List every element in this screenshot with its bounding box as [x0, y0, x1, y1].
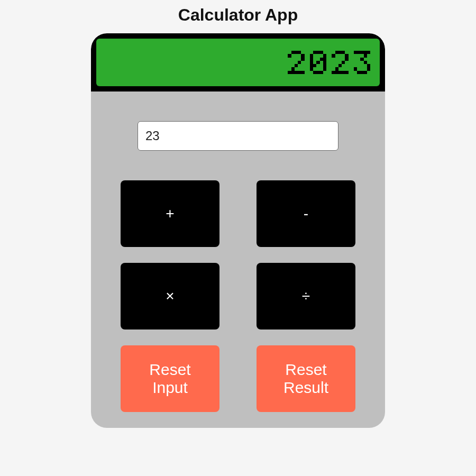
svg-rect-44	[338, 71, 342, 74]
reset-input-button[interactable]: Reset Input	[121, 345, 219, 412]
reset-result-button[interactable]: Reset Result	[257, 345, 355, 412]
svg-rect-34	[338, 51, 342, 54]
svg-rect-48	[357, 51, 360, 54]
display-frame	[91, 33, 385, 91]
svg-rect-10	[291, 71, 294, 74]
svg-rect-20	[319, 58, 323, 61]
svg-rect-59	[360, 71, 363, 74]
svg-rect-5	[301, 58, 304, 61]
svg-rect-46	[345, 71, 348, 74]
add-button[interactable]: +	[121, 180, 219, 247]
svg-rect-17	[310, 54, 313, 57]
svg-rect-42	[332, 71, 335, 74]
multiply-button[interactable]: ×	[121, 263, 219, 329]
svg-rect-22	[310, 61, 313, 64]
svg-rect-12	[298, 71, 301, 74]
button-grid: + - × ÷ Reset Input Reset Result	[91, 180, 385, 412]
subtract-button[interactable]: -	[257, 180, 355, 247]
result-display	[96, 39, 380, 86]
svg-rect-41	[335, 67, 338, 70]
svg-rect-15	[316, 51, 319, 54]
svg-rect-25	[310, 64, 313, 67]
calculator-body: + - × ÷ Reset Input Reset Result	[91, 33, 385, 428]
svg-rect-7	[295, 64, 298, 67]
svg-rect-9	[288, 71, 291, 74]
svg-rect-30	[313, 71, 316, 74]
svg-rect-60	[363, 71, 367, 74]
svg-rect-55	[367, 64, 370, 67]
svg-rect-31	[316, 71, 319, 74]
svg-rect-6	[298, 61, 301, 64]
svg-rect-8	[291, 67, 294, 70]
svg-rect-11	[295, 71, 298, 74]
svg-rect-4	[301, 54, 304, 57]
svg-rect-24	[323, 61, 326, 64]
svg-rect-36	[332, 54, 335, 57]
svg-rect-18	[323, 54, 326, 57]
svg-rect-23	[316, 61, 319, 64]
svg-rect-21	[323, 58, 326, 61]
svg-rect-32	[319, 71, 323, 74]
svg-rect-52	[363, 54, 367, 57]
number-input[interactable]	[138, 121, 338, 151]
svg-rect-40	[338, 64, 342, 67]
svg-rect-49	[360, 51, 363, 54]
svg-rect-28	[310, 67, 313, 70]
svg-rect-50	[363, 51, 367, 54]
svg-rect-29	[323, 67, 326, 70]
svg-rect-37	[345, 54, 348, 57]
svg-rect-0	[291, 51, 294, 54]
svg-rect-54	[363, 61, 367, 64]
svg-rect-56	[354, 67, 357, 70]
svg-rect-58	[357, 71, 360, 74]
svg-rect-35	[342, 51, 345, 54]
svg-rect-2	[298, 51, 301, 54]
svg-rect-39	[342, 61, 345, 64]
svg-rect-47	[354, 51, 357, 54]
svg-rect-1	[295, 51, 298, 54]
app-title: Calculator App	[178, 5, 298, 25]
svg-rect-33	[335, 51, 338, 54]
svg-rect-19	[310, 58, 313, 61]
svg-rect-53	[360, 58, 363, 61]
svg-rect-3	[288, 54, 291, 57]
svg-rect-13	[301, 71, 304, 74]
svg-rect-27	[323, 64, 326, 67]
svg-rect-14	[313, 51, 316, 54]
svg-rect-43	[335, 71, 338, 74]
svg-rect-26	[313, 64, 316, 67]
svg-rect-51	[367, 51, 370, 54]
svg-rect-38	[345, 58, 348, 61]
svg-rect-45	[342, 71, 345, 74]
divide-button[interactable]: ÷	[257, 263, 355, 329]
input-row	[91, 121, 385, 151]
svg-rect-16	[319, 51, 323, 54]
svg-rect-57	[367, 67, 370, 70]
